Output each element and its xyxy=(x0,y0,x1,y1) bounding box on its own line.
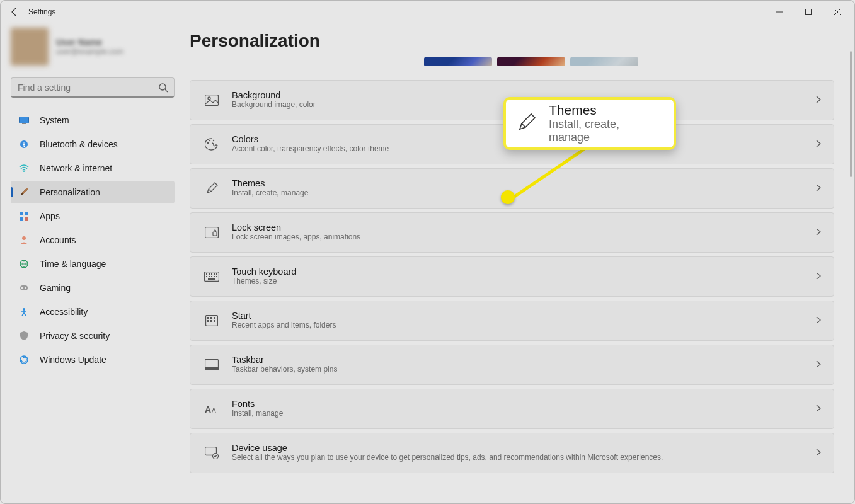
sidebar-item-system[interactable]: System xyxy=(11,109,175,132)
nav-label: Network & internet xyxy=(40,163,112,173)
svg-point-15 xyxy=(21,287,23,289)
card-title: Colors xyxy=(232,134,816,144)
update-icon xyxy=(18,354,30,365)
card-start[interactable]: StartRecent apps and items, folders xyxy=(190,301,834,341)
keyboard-icon xyxy=(203,268,221,285)
svg-rect-11 xyxy=(25,217,28,220)
scrollbar-thumb[interactable] xyxy=(850,51,852,177)
sidebar-item-personalization[interactable]: Personalization xyxy=(11,181,175,203)
sidebar-item-accounts[interactable]: Accounts xyxy=(11,229,175,251)
chevron-right-icon xyxy=(816,403,821,415)
theme-thumb[interactable] xyxy=(570,57,638,66)
sidebar-item-time-language[interactable]: Time & language xyxy=(11,253,175,275)
svg-rect-44 xyxy=(214,320,215,322)
nav-label: Windows Update xyxy=(40,355,106,365)
svg-rect-10 xyxy=(20,217,23,220)
wifi-icon xyxy=(18,163,30,174)
search-icon xyxy=(158,83,168,95)
theme-thumb[interactable] xyxy=(424,57,492,66)
chevron-right-icon xyxy=(816,139,821,150)
gaming-icon xyxy=(18,282,30,294)
svg-point-22 xyxy=(209,140,210,141)
account-email: user@example.com xyxy=(56,47,123,56)
sidebar-item-gaming[interactable]: Gaming xyxy=(11,277,175,299)
card-title: Touch keyboard xyxy=(232,266,816,277)
svg-rect-8 xyxy=(20,212,23,215)
nav-label: Bluetooth & devices xyxy=(40,139,118,149)
svg-rect-32 xyxy=(206,276,207,277)
svg-rect-25 xyxy=(213,232,217,236)
card-sub: Accent color, transparency effects, colo… xyxy=(232,144,816,154)
app-title: Settings xyxy=(26,8,55,16)
nav-label: Accessibility xyxy=(40,307,88,317)
svg-rect-5 xyxy=(22,123,26,124)
card-title: Device usage xyxy=(232,443,816,453)
nav-label: Personalization xyxy=(40,187,100,197)
svg-point-2 xyxy=(159,84,166,90)
window-controls xyxy=(765,1,852,23)
sidebar-item-privacy[interactable]: Privacy & security xyxy=(11,324,175,347)
card-sub: Themes, size xyxy=(232,277,816,287)
maximize-button[interactable] xyxy=(794,1,823,23)
svg-rect-35 xyxy=(214,276,215,277)
nav-label: Time & language xyxy=(40,259,106,269)
sidebar-item-accessibility[interactable]: Accessibility xyxy=(11,301,175,323)
card-sub: Install, manage xyxy=(232,409,816,419)
card-touch-keyboard[interactable]: Touch keyboardThemes, size xyxy=(190,256,834,297)
person-icon xyxy=(18,234,30,246)
device-usage-icon xyxy=(203,444,221,462)
card-device-usage[interactable]: Device usageSelect all the ways you plan… xyxy=(190,433,834,473)
card-colors[interactable]: ColorsAccent color, transparency effects… xyxy=(190,124,834,164)
back-button[interactable] xyxy=(3,1,26,23)
minimize-button[interactable] xyxy=(765,1,794,23)
nav-label: Privacy & security xyxy=(40,331,110,341)
chevron-right-icon xyxy=(816,271,821,282)
card-sub: Background image, color xyxy=(232,100,816,110)
card-background[interactable]: BackgroundBackground image, color xyxy=(190,80,834,120)
svg-rect-19 xyxy=(205,95,219,106)
settings-window: Settings User Name user@example.com xyxy=(0,0,855,504)
svg-rect-39 xyxy=(207,317,209,319)
card-title: Fonts xyxy=(232,399,816,409)
svg-point-16 xyxy=(25,287,26,289)
accessibility-icon xyxy=(18,306,30,318)
card-themes[interactable]: ThemesInstall, create, manage xyxy=(190,168,834,209)
search-input[interactable] xyxy=(11,77,175,98)
card-title: Themes xyxy=(232,178,816,188)
sidebar-item-windows-update[interactable]: Windows Update xyxy=(11,348,175,371)
svg-rect-1 xyxy=(806,9,812,15)
palette-icon xyxy=(203,135,221,153)
card-title: Lock screen xyxy=(232,222,816,232)
nav-label: Gaming xyxy=(40,283,71,293)
account-name: User Name xyxy=(56,37,123,47)
svg-rect-42 xyxy=(207,320,209,322)
card-title: Taskbar xyxy=(232,355,816,365)
svg-text:A: A xyxy=(205,404,211,415)
sidebar-item-network[interactable]: Network & internet xyxy=(11,157,175,180)
close-button[interactable] xyxy=(823,1,852,23)
card-sub: Taskbar behaviors, system pins xyxy=(232,365,816,375)
sidebar-item-apps[interactable]: Apps xyxy=(11,205,175,227)
svg-rect-4 xyxy=(20,117,29,123)
main-panel: Personalization BackgroundBackground ima… xyxy=(190,23,854,503)
svg-rect-37 xyxy=(208,278,215,280)
chevron-right-icon xyxy=(816,359,821,370)
svg-point-17 xyxy=(23,308,25,311)
system-icon xyxy=(18,115,30,126)
shield-icon xyxy=(18,330,30,341)
bluetooth-icon xyxy=(18,139,30,150)
card-lock-screen[interactable]: Lock screenLock screen images, apps, ani… xyxy=(190,212,834,253)
sidebar-item-bluetooth[interactable]: Bluetooth & devices xyxy=(11,133,175,156)
card-taskbar[interactable]: TaskbarTaskbar behaviors, system pins xyxy=(190,345,834,385)
svg-point-21 xyxy=(207,142,209,144)
theme-thumbnails xyxy=(424,57,834,66)
account-block[interactable]: User Name user@example.com xyxy=(11,27,190,66)
svg-rect-28 xyxy=(209,273,210,275)
svg-rect-34 xyxy=(211,276,212,277)
theme-thumb[interactable] xyxy=(497,57,565,66)
card-title: Start xyxy=(232,311,816,321)
card-sub: Recent apps and items, folders xyxy=(232,321,816,331)
card-fonts[interactable]: AA FontsInstall, manage xyxy=(190,389,834,429)
svg-rect-27 xyxy=(206,273,207,275)
content-area: User Name user@example.com System Blueto… xyxy=(1,23,854,503)
